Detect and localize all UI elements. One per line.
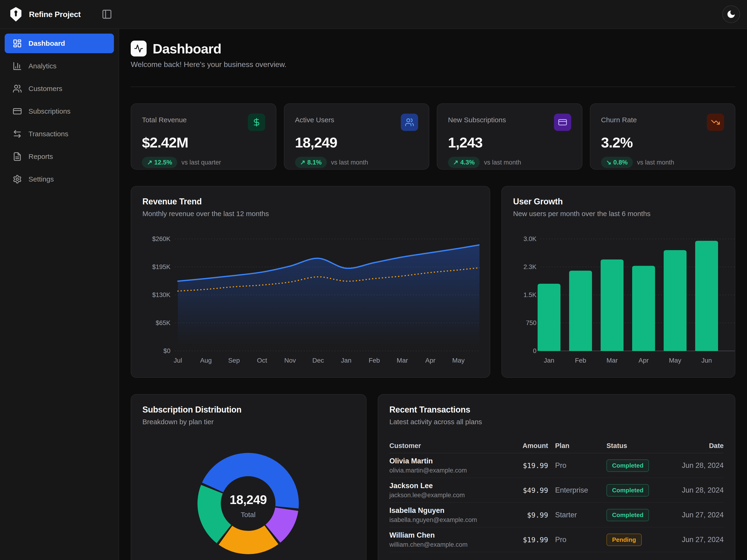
cell-plan: Pro bbox=[548, 535, 599, 544]
stat-note: vs last month bbox=[331, 159, 368, 166]
svg-text:$260K: $260K bbox=[152, 235, 171, 242]
svg-text:Mar: Mar bbox=[607, 357, 618, 364]
sidebar-item-dashboard[interactable]: Dashboard bbox=[5, 34, 114, 53]
stat-delta-badge: ↗4.3% bbox=[448, 157, 480, 168]
subscription-distribution-chart: 18,249Total bbox=[143, 432, 355, 560]
table-row[interactable]: Jackson Leejackson.lee@example.com$49.99… bbox=[389, 478, 724, 503]
subscription-distribution-subtitle: Breakdown by plan tier bbox=[143, 418, 355, 426]
revenue-trend-card: Revenue Trend Monthly revenue over the l… bbox=[131, 186, 490, 378]
sidebar-item-reports[interactable]: Reports bbox=[5, 147, 114, 166]
recent-transactions-title: Recent Transactions bbox=[389, 405, 724, 415]
recent-transactions-subtitle: Latest activity across all plans bbox=[389, 418, 724, 426]
column-header-date: Date bbox=[676, 442, 724, 450]
cell-customer: Olivia Martinolivia.martin@example.com bbox=[389, 457, 511, 474]
cell-plan: Pro bbox=[548, 461, 599, 470]
users-icon bbox=[401, 114, 418, 131]
trend-arrow-icon: ↗ bbox=[300, 159, 306, 166]
svg-text:2.3K: 2.3K bbox=[523, 263, 536, 270]
cell-amount: $9.99 bbox=[511, 511, 548, 519]
status-badge: Completed bbox=[607, 484, 649, 497]
trend-arrow-icon: ↗ bbox=[453, 159, 459, 166]
theme-toggle-button[interactable] bbox=[722, 5, 740, 23]
top-bar: Refine Project bbox=[0, 0, 747, 29]
gear-icon bbox=[12, 175, 22, 184]
customer-email: william.chen@example.com bbox=[389, 541, 511, 548]
svg-text:0: 0 bbox=[533, 347, 536, 354]
stat-note: vs last quarter bbox=[181, 159, 221, 166]
svg-text:Jan: Jan bbox=[544, 357, 554, 364]
sidebar-item-label: Dashboard bbox=[28, 39, 65, 47]
svg-text:Mar: Mar bbox=[396, 357, 408, 364]
stat-label: Active Users bbox=[295, 114, 334, 124]
svg-text:$65K: $65K bbox=[156, 319, 171, 326]
svg-text:Jul: Jul bbox=[174, 357, 182, 364]
sidebar-item-settings[interactable]: Settings bbox=[5, 169, 114, 189]
divider bbox=[131, 86, 735, 87]
sidebar-item-subscriptions[interactable]: Subscriptions bbox=[5, 102, 114, 121]
stat-card-new-subscriptions: New Subscriptions1,243↗4.3%vs last month bbox=[437, 103, 583, 170]
customer-name: Isabella Nguyen bbox=[389, 506, 511, 515]
svg-text:Jan: Jan bbox=[341, 357, 352, 364]
charts-row: Revenue Trend Monthly revenue over the l… bbox=[131, 186, 735, 378]
transactions-table: CustomerAmountPlanStatusDateOlivia Marti… bbox=[389, 438, 724, 552]
svg-text:Nov: Nov bbox=[284, 357, 296, 364]
revenue-trend-subtitle: Monthly revenue over the last 12 months bbox=[143, 210, 479, 218]
credit-card-icon bbox=[554, 114, 571, 131]
svg-text:Oct: Oct bbox=[257, 357, 267, 364]
svg-text:$130K: $130K bbox=[152, 291, 171, 298]
refine-logo-icon bbox=[8, 7, 23, 22]
svg-text:Sep: Sep bbox=[228, 357, 240, 364]
svg-text:Feb: Feb bbox=[575, 357, 586, 364]
cell-plan: Starter bbox=[548, 511, 599, 519]
table-row[interactable]: William Chenwilliam.chen@example.com$19.… bbox=[389, 528, 724, 552]
column-header-plan: Plan bbox=[548, 442, 599, 450]
panel-left-icon bbox=[102, 9, 112, 20]
moon-icon bbox=[726, 9, 736, 19]
sidebar-item-customers[interactable]: Customers bbox=[5, 79, 114, 99]
dollar-sign-icon bbox=[252, 117, 261, 127]
sidebar-item-transactions[interactable]: Transactions bbox=[5, 124, 114, 144]
cell-status: Completed bbox=[599, 484, 676, 497]
cell-customer: Jackson Leejackson.lee@example.com bbox=[389, 482, 511, 499]
sidebar-item-label: Reports bbox=[28, 153, 53, 161]
svg-text:Apr: Apr bbox=[425, 357, 436, 364]
svg-text:750: 750 bbox=[526, 319, 536, 326]
activity-icon bbox=[131, 41, 147, 56]
arrows-left-right-icon bbox=[12, 129, 22, 139]
trending-down-icon bbox=[711, 117, 720, 127]
cell-amount: $19.99 bbox=[511, 461, 548, 470]
customer-name: William Chen bbox=[389, 531, 511, 539]
stat-value: 3.2% bbox=[601, 134, 724, 151]
svg-text:May: May bbox=[669, 357, 681, 364]
cell-date: Jun 28, 2024 bbox=[676, 461, 724, 470]
cell-amount: $49.99 bbox=[511, 486, 548, 495]
stat-delta-badge: ↗12.5% bbox=[142, 157, 177, 168]
revenue-trend-title: Revenue Trend bbox=[143, 197, 479, 207]
layout-dashboard-icon bbox=[12, 39, 22, 48]
user-growth-title: User Growth bbox=[513, 197, 724, 207]
customer-name: Jackson Lee bbox=[389, 482, 511, 490]
users-icon bbox=[405, 117, 414, 127]
svg-text:Aug: Aug bbox=[200, 357, 212, 364]
donut-segment_purple bbox=[273, 509, 287, 534]
stat-card-churn-rate: Churn Rate3.2%↘0.8%vs last month bbox=[590, 103, 736, 170]
recent-transactions-card: Recent Transactions Latest activity acro… bbox=[378, 394, 735, 560]
dollar-sign-icon bbox=[248, 114, 265, 131]
stat-note: vs last month bbox=[637, 159, 674, 166]
users-icon bbox=[12, 84, 22, 93]
credit-card-icon bbox=[558, 117, 567, 127]
sidebar-item-label: Settings bbox=[28, 175, 54, 183]
cell-customer: William Chenwilliam.chen@example.com bbox=[389, 531, 511, 548]
cell-date: Jun 28, 2024 bbox=[676, 486, 724, 495]
bar-chart-icon bbox=[12, 61, 22, 71]
user-growth-card: User Growth New users per month over the… bbox=[501, 186, 735, 378]
stat-value: 18,249 bbox=[295, 134, 418, 151]
svg-text:Dec: Dec bbox=[312, 357, 324, 364]
table-row[interactable]: Olivia Martinolivia.martin@example.com$1… bbox=[389, 453, 724, 478]
sidebar-collapse-button[interactable] bbox=[100, 8, 113, 21]
status-badge: Completed bbox=[607, 459, 649, 472]
table-row[interactable]: Isabella Nguyenisabella.nguyen@example.c… bbox=[389, 503, 724, 528]
cell-status: Completed bbox=[599, 459, 676, 472]
sidebar-item-analytics[interactable]: Analytics bbox=[5, 56, 114, 76]
stat-value: $2.42M bbox=[142, 134, 265, 151]
